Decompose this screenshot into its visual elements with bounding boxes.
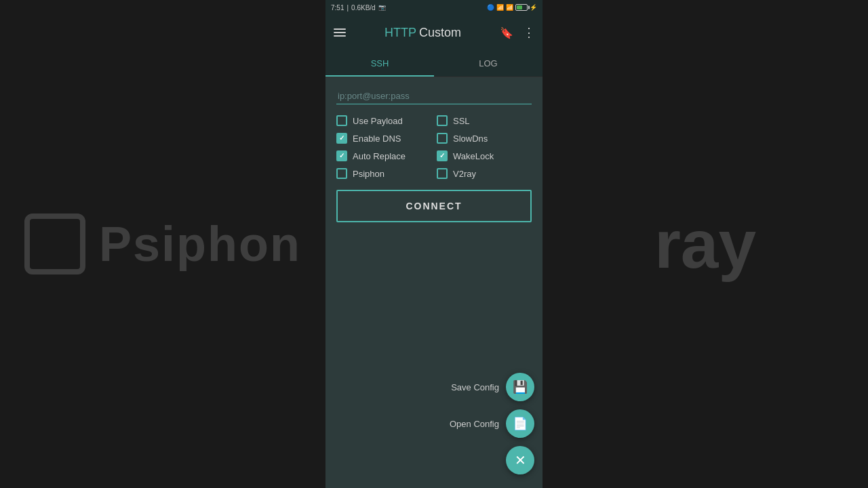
- fab-close-item: ✕: [506, 446, 534, 474]
- checkbox-wake-lock-box[interactable]: [437, 150, 448, 161]
- checkbox-psiphon[interactable]: Psiphon: [336, 168, 431, 179]
- checkbox-enable-dns-box[interactable]: [336, 133, 347, 144]
- label-auto-replace: Auto Replace: [353, 151, 406, 161]
- checkbox-ssl-box[interactable]: [437, 115, 448, 126]
- bg-psiphon-text: Psiphon: [99, 216, 301, 272]
- title-http: HTTP: [384, 26, 416, 40]
- connection-input[interactable]: [336, 88, 532, 104]
- options-grid: Use Payload SSL Enable DNS SlowDns Auto …: [336, 115, 532, 179]
- app-title: HTTP Custom: [384, 26, 461, 40]
- label-v2ray: V2ray: [453, 169, 476, 179]
- status-data-speed: |: [347, 4, 349, 12]
- more-vert-icon[interactable]: ⋮: [523, 25, 534, 40]
- status-speed: 0.6KB/d: [351, 4, 376, 12]
- bluetooth-icon: 🔵: [487, 4, 494, 11]
- connect-button[interactable]: CONNECT: [336, 190, 532, 222]
- battery-fill: [517, 5, 522, 9]
- checkbox-use-payload-box[interactable]: [336, 115, 347, 126]
- hamburger-line-2: [334, 32, 346, 33]
- bookmark-icon[interactable]: 🔖: [500, 26, 513, 39]
- bg-square-icon: [24, 214, 85, 274]
- wifi-icon: 📶: [496, 4, 504, 11]
- battery-icon: [515, 4, 528, 11]
- background-right: ray: [542, 0, 868, 488]
- fab-container: Save Config 💾 Open Config 📄 ✕: [450, 373, 534, 474]
- label-ssl: SSL: [453, 116, 470, 126]
- video-icon: 📷: [378, 4, 386, 11]
- label-enable-dns: Enable DNS: [353, 134, 401, 144]
- phone-frame: 7:51 | 0.6KB/d 📷 🔵 📶 📶 ⚡ HTTP Custom 🔖: [326, 0, 542, 488]
- fab-open-config-label: Open Config: [450, 419, 499, 429]
- checkbox-enable-dns[interactable]: Enable DNS: [336, 133, 431, 144]
- checkbox-wake-lock[interactable]: WakeLock: [437, 150, 532, 161]
- bg-ray-text: ray: [654, 205, 756, 283]
- fab-save-config-button[interactable]: 💾: [506, 373, 534, 401]
- signal-icon: 📶: [506, 4, 513, 11]
- checkbox-auto-replace[interactable]: Auto Replace: [336, 150, 431, 161]
- status-left: 7:51 | 0.6KB/d 📷: [331, 4, 386, 12]
- hamburger-line-3: [334, 35, 346, 37]
- fab-close-button[interactable]: ✕: [506, 446, 534, 474]
- tabs-container: SSH LOG: [326, 50, 542, 77]
- top-bar: HTTP Custom 🔖 ⋮: [326, 15, 542, 50]
- fab-open-config-item: Open Config 📄: [450, 409, 534, 438]
- fab-save-config-label: Save Config: [451, 382, 499, 392]
- status-bar: 7:51 | 0.6KB/d 📷 🔵 📶 📶 ⚡: [326, 0, 542, 15]
- label-use-payload: Use Payload: [353, 116, 403, 126]
- checkbox-ssl[interactable]: SSL: [437, 115, 532, 126]
- fab-open-config-button[interactable]: 📄: [506, 409, 534, 438]
- open-icon: 📄: [513, 416, 528, 431]
- checkbox-slow-dns[interactable]: SlowDns: [437, 133, 532, 144]
- tab-ssh[interactable]: SSH: [326, 50, 434, 77]
- checkbox-slow-dns-box[interactable]: [437, 133, 448, 144]
- top-bar-icons: 🔖 ⋮: [500, 25, 534, 40]
- hamburger-line-1: [334, 28, 346, 30]
- label-slow-dns: SlowDns: [453, 134, 488, 144]
- close-icon: ✕: [515, 452, 526, 468]
- checkbox-v2ray[interactable]: V2ray: [437, 168, 532, 179]
- background-left: Psiphon: [0, 0, 326, 488]
- status-right: 🔵 📶 📶 ⚡: [487, 4, 537, 11]
- status-time: 7:51: [331, 4, 344, 12]
- label-psiphon: Psiphon: [353, 169, 384, 179]
- tab-log[interactable]: LOG: [434, 50, 542, 77]
- fab-save-config-item: Save Config 💾: [451, 373, 534, 401]
- checkbox-psiphon-box[interactable]: [336, 168, 347, 179]
- title-custom: Custom: [419, 26, 461, 40]
- charging-icon: ⚡: [530, 4, 537, 11]
- hamburger-menu[interactable]: [334, 28, 346, 37]
- checkbox-auto-replace-box[interactable]: [336, 150, 347, 161]
- save-icon: 💾: [513, 380, 528, 394]
- checkbox-v2ray-box[interactable]: [437, 168, 448, 179]
- label-wake-lock: WakeLock: [453, 151, 494, 161]
- checkbox-use-payload[interactable]: Use Payload: [336, 115, 431, 126]
